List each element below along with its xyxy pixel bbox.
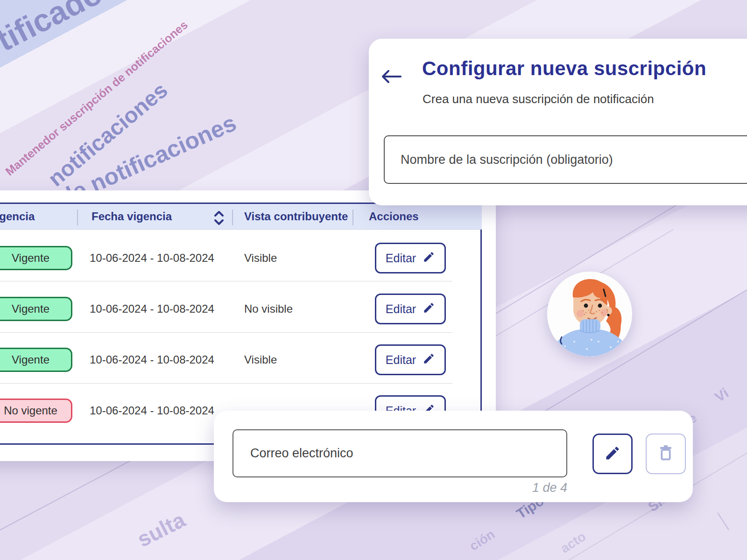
edit-email-button[interactable]: [592, 434, 633, 474]
trash-icon: [657, 444, 675, 463]
pagination-label: 1 de 4: [233, 481, 567, 495]
vista-contribuyente-cell: Visible: [244, 252, 277, 265]
status-badge: Vigente: [0, 348, 72, 372]
column-divider: [77, 210, 78, 225]
watermark-vi: Vi: [712, 385, 732, 406]
pencil-icon: [423, 251, 435, 266]
status-badge: Vigente: [0, 246, 72, 270]
back-arrow-icon[interactable]: [380, 68, 402, 87]
email-input[interactable]: [233, 429, 567, 477]
vista-contribuyente-cell: Visible: [244, 353, 277, 366]
email-panel: 1 de 4: [214, 411, 693, 502]
pencil-icon: [604, 445, 621, 463]
fecha-vigencia-cell: 10-06-2024 - 10-08-2024: [90, 252, 214, 265]
page-subtitle: Crea una nueva suscripción de notificaci…: [423, 92, 654, 106]
status-badge: Vigente: [0, 297, 72, 321]
row-separator: [0, 332, 452, 333]
avatar: [547, 272, 632, 357]
page-title: Configurar nueva suscripción: [422, 57, 706, 80]
editar-button-label: Editar: [386, 252, 416, 265]
fecha-vigencia-cell: 10-06-2024 - 10-08-2024: [90, 353, 214, 366]
subscription-name-input[interactable]: [384, 135, 747, 184]
column-divider: [232, 210, 233, 225]
pencil-icon: [423, 301, 435, 317]
vista-contribuyente-cell: No visible: [244, 302, 293, 315]
pencil-icon: [423, 352, 435, 368]
column-header-acciones: Acciones: [369, 210, 419, 223]
watermark-sulta: sulta: [133, 507, 189, 552]
editar-button-label: Editar: [386, 353, 416, 367]
editar-button-label: Editar: [386, 302, 416, 316]
stage: tificado Mantenedor suscripción de notif…: [0, 0, 747, 560]
column-header-vista-contribuyente: Vista contribuyente: [244, 210, 348, 223]
editar-button[interactable]: Editar: [375, 243, 446, 273]
watermark-acto: acto: [558, 529, 589, 556]
watermark-corner: tificado: [0, 0, 108, 58]
sort-icon[interactable]: [214, 210, 224, 228]
editar-button[interactable]: Editar: [375, 344, 446, 375]
column-header-fecha-vigencia: Fecha vigencia: [92, 210, 172, 223]
row-separator: [0, 383, 452, 384]
fecha-vigencia-cell: 10-06-2024 - 10-08-2024: [90, 302, 214, 315]
status-badge: No vigente: [0, 399, 72, 423]
column-divider: [352, 210, 353, 225]
row-separator: [0, 281, 452, 281]
watermark-cion: ción: [467, 527, 498, 554]
config-panel: Configurar nueva suscripción Crea una nu…: [369, 39, 747, 205]
editar-button[interactable]: Editar: [375, 294, 446, 324]
delete-email-button[interactable]: [646, 434, 686, 474]
background-divider-tick: [717, 512, 729, 530]
column-header-vigencia: Vigencia: [0, 210, 35, 223]
fecha-vigencia-cell: 10-06-2024 - 10-08-2024: [90, 404, 214, 417]
